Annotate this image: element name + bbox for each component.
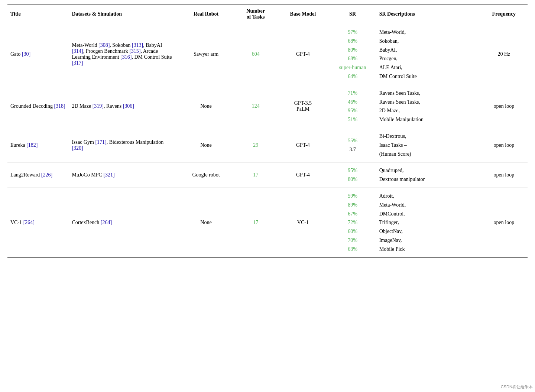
cell-tasks: 17 xyxy=(234,162,277,188)
cell-sr: 71%46%95%51% xyxy=(329,85,376,128)
header-base-model: Base Model xyxy=(277,4,329,24)
table-row: Gato [30]Meta-World [308], Sokoban [313]… xyxy=(7,24,528,85)
cell-title: Grounded Decoding [318] xyxy=(7,85,69,128)
cell-sr-desc: Meta-World,Sokoban,BabyAI,Procgen,ALE At… xyxy=(376,24,480,85)
cell-sr-desc: Adroit,Meta-World,DMControl,Trifinger,Ob… xyxy=(376,188,480,257)
cell-base-model: GPT-4 xyxy=(277,162,329,188)
table-row: VC-1 [264]CortexBench [264]None17VC-159%… xyxy=(7,188,528,257)
main-table: Title Datasets & Simulation Real Robot N… xyxy=(7,4,528,258)
cell-base-model: GPT-3.5PaLM xyxy=(277,85,329,128)
cell-datasets: CortexBench [264] xyxy=(69,188,178,257)
cell-datasets: Issac Gym [171], Bidexterous Manipulatio… xyxy=(69,128,178,162)
cell-frequency: open loop xyxy=(480,188,528,257)
table-row: Eureka [182]Issac Gym [171], Bidexterous… xyxy=(7,128,528,162)
header-tasks: Numberof Tasks xyxy=(234,4,277,24)
header-sr-desc: SR Descriptions xyxy=(376,4,480,24)
header-datasets: Datasets & Simulation xyxy=(69,4,178,24)
cell-sr: 97%68%80%68%super-human64% xyxy=(329,24,376,85)
header-robot: Real Robot xyxy=(178,4,234,24)
cell-sr-desc: Quadruped,Dextrous manipulator xyxy=(376,162,480,188)
cell-title: Eureka [182] xyxy=(7,128,69,162)
cell-title: Gato [30] xyxy=(7,24,69,85)
cell-datasets: 2D Maze [319], Ravens [306] xyxy=(69,85,178,128)
cell-frequency: 20 Hz xyxy=(480,24,528,85)
cell-sr-desc: Bi-Dextrous,Isaac Tasks –(Human Score) xyxy=(376,128,480,162)
header-row: Title Datasets & Simulation Real Robot N… xyxy=(7,4,528,24)
cell-sr: 55%3.7 xyxy=(329,128,376,162)
page-wrapper: Title Datasets & Simulation Real Robot N… xyxy=(0,0,535,392)
cell-frequency: open loop xyxy=(480,85,528,128)
cell-frequency: open loop xyxy=(480,128,528,162)
table-row: Grounded Decoding [318]2D Maze [319], Ra… xyxy=(7,85,528,128)
cell-base-model: GPT-4 xyxy=(277,128,329,162)
cell-tasks: 604 xyxy=(234,24,277,85)
cell-frequency: open loop xyxy=(480,162,528,188)
cell-tasks: 17 xyxy=(234,188,277,257)
header-sr: SR xyxy=(329,4,376,24)
cell-sr: 59%89%67%72%60%70%63% xyxy=(329,188,376,257)
cell-title: Lang2Reward [226] xyxy=(7,162,69,188)
cell-tasks: 124 xyxy=(234,85,277,128)
cell-sr-desc: Ravens Seen Tasks,Ravens Seen Tasks,2D M… xyxy=(376,85,480,128)
cell-robot: Google robot xyxy=(178,162,234,188)
cell-base-model: VC-1 xyxy=(277,188,329,257)
cell-robot: None xyxy=(178,128,234,162)
cell-datasets: Meta-World [308], Sokoban [313], BabyAI … xyxy=(69,24,178,85)
header-frequency: Frequency xyxy=(480,4,528,24)
cell-robot: None xyxy=(178,85,234,128)
cell-sr: 95%80% xyxy=(329,162,376,188)
cell-robot: None xyxy=(178,188,234,257)
cell-base-model: GPT-4 xyxy=(277,24,329,85)
cell-datasets: MuJoCo MPC [321] xyxy=(69,162,178,188)
cell-tasks: 29 xyxy=(234,128,277,162)
cell-title: VC-1 [264] xyxy=(7,188,69,257)
header-title: Title xyxy=(7,4,69,24)
table-row: Lang2Reward [226]MuJoCo MPC [321]Google … xyxy=(7,162,528,188)
cell-robot: Sawyer arm xyxy=(178,24,234,85)
watermark: CSDN@让给朱本 xyxy=(501,384,533,390)
